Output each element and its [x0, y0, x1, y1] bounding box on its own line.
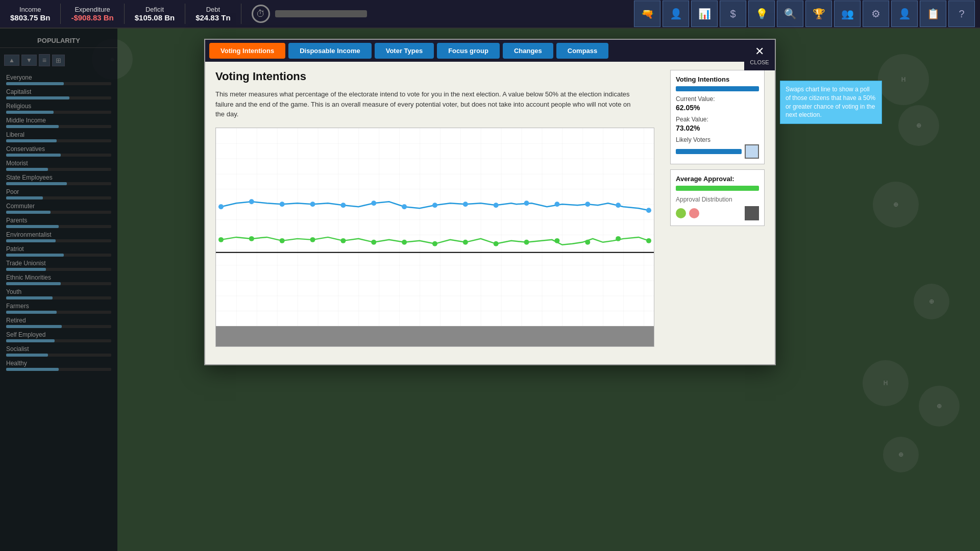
toolbar-user[interactable]: 👤 — [891, 1, 918, 27]
income-stat: Income $803.75 Bn — [0, 4, 61, 24]
svg-point-15 — [616, 203, 621, 208]
svg-point-4 — [280, 202, 285, 207]
svg-point-24 — [432, 241, 437, 246]
tab-changes[interactable]: Changes — [503, 43, 553, 59]
peak-value: 73.02% — [676, 124, 759, 132]
svg-point-21 — [340, 238, 346, 243]
modal-content: Voting Intentions This meter measures wh… — [205, 62, 775, 355]
svg-point-11 — [494, 203, 499, 208]
toolbar-search[interactable]: 🔍 — [777, 1, 803, 27]
toolbar-document[interactable]: 📋 — [920, 1, 946, 27]
close-button[interactable]: ✕ CLOSE — [744, 40, 775, 70]
toolbar-person[interactable]: 👤 — [663, 1, 689, 27]
toolbar-gun[interactable]: 🔫 — [634, 1, 660, 27]
tab-compass[interactable]: Compass — [556, 43, 609, 59]
approval-dot-pink — [689, 208, 699, 218]
avg-approval-bar — [676, 186, 759, 191]
svg-point-20 — [310, 237, 315, 242]
approval-dist-toggle[interactable] — [745, 206, 759, 220]
svg-point-7 — [371, 201, 376, 206]
voting-intentions-card-title: Voting Intentions — [676, 76, 759, 83]
tab-disposable-income[interactable]: Disposable Income — [288, 43, 371, 59]
expenditure-label: Expenditure — [75, 6, 110, 13]
modal-overlay: Voting Intentions Disposable Income Vote… — [0, 29, 980, 551]
svg-point-22 — [371, 239, 376, 244]
modal-description: This meter measures what percentage of t… — [215, 89, 634, 119]
toolbar-icons: 🔫 👤 📊 $ 💡 🔍 🏆 👥 ⚙ 👤 📋 ? — [634, 1, 980, 27]
svg-rect-0 — [216, 128, 654, 326]
svg-point-3 — [249, 199, 254, 204]
expenditure-stat: Expenditure -$908.83 Bn — [61, 4, 124, 24]
debt-label: Debt — [206, 6, 220, 13]
svg-point-31 — [646, 238, 651, 243]
svg-point-18 — [249, 236, 254, 241]
svg-point-9 — [432, 203, 437, 208]
right-panel: Voting Intentions Current Value: 62.05% … — [670, 70, 765, 347]
likely-voters-bar — [676, 149, 742, 154]
deficit-value: $105.08 Bn — [135, 13, 175, 22]
modal: Voting Intentions Disposable Income Vote… — [204, 39, 776, 365]
svg-point-27 — [524, 239, 529, 244]
svg-point-8 — [402, 204, 407, 209]
voting-intentions-card: Voting Intentions Current Value: 62.05% … — [670, 70, 765, 164]
chart-scrollbar[interactable] — [216, 326, 654, 346]
svg-point-14 — [585, 202, 590, 207]
timer-bar — [275, 10, 367, 17]
toolbar-lightbulb[interactable]: 💡 — [748, 1, 775, 27]
avg-approval-title: Average Approval: — [676, 175, 759, 183]
chart-svg — [216, 128, 654, 326]
likely-voters-label: Likely Voters — [676, 136, 759, 143]
toolbar-help[interactable]: ? — [948, 1, 975, 27]
top-bar: Income $803.75 Bn Expenditure -$908.83 B… — [0, 0, 980, 29]
toolbar-settings[interactable]: ⚙ — [863, 1, 889, 27]
toolbar-chart[interactable]: 📊 — [691, 1, 718, 27]
close-x-icon: ✕ — [755, 45, 764, 58]
toolbar-dollar[interactable]: $ — [720, 1, 746, 27]
svg-point-28 — [554, 238, 559, 243]
avg-approval-card: Average Approval: Approval Distribution — [670, 169, 765, 226]
svg-point-30 — [616, 236, 621, 241]
deficit-label: Deficit — [145, 6, 164, 13]
svg-point-25 — [463, 239, 468, 244]
likely-voters-row — [676, 144, 759, 159]
svg-point-5 — [310, 202, 315, 207]
current-value: 62.05% — [676, 104, 759, 112]
svg-point-17 — [218, 237, 224, 242]
approval-dot-green — [676, 208, 686, 218]
svg-point-16 — [646, 208, 651, 213]
svg-point-26 — [494, 241, 499, 246]
svg-point-13 — [554, 202, 559, 207]
debt-stat: Debt $24.83 Tn — [185, 4, 241, 24]
modal-main: Voting Intentions This meter measures wh… — [215, 70, 662, 347]
svg-point-29 — [585, 239, 590, 244]
svg-point-23 — [402, 239, 407, 244]
current-value-label: Current Value: — [676, 95, 759, 103]
tab-bar: Voting Intentions Disposable Income Vote… — [205, 40, 775, 62]
approval-dist-label: Approval Distribution — [676, 196, 759, 203]
debt-value: $24.83 Tn — [195, 13, 230, 22]
svg-point-2 — [218, 204, 224, 209]
toolbar-group[interactable]: 👥 — [834, 1, 861, 27]
expenditure-value: -$908.83 Bn — [71, 13, 113, 22]
tab-voter-types[interactable]: Voter Types — [375, 43, 434, 59]
svg-point-10 — [463, 202, 468, 207]
voting-intentions-bar — [676, 86, 759, 91]
svg-point-19 — [280, 238, 285, 243]
timer-area: ⏱ — [241, 5, 634, 23]
income-value: $803.75 Bn — [10, 13, 50, 22]
peak-value-label: Peak Value: — [676, 116, 759, 123]
svg-point-12 — [524, 201, 529, 206]
tooltip: Swaps chart line to show a poll of those… — [780, 81, 882, 124]
chart-container — [215, 128, 654, 347]
deficit-stat: Deficit $105.08 Bn — [125, 4, 185, 24]
approval-dist-row — [676, 206, 759, 220]
tab-voting-intentions[interactable]: Voting Intentions — [209, 43, 285, 59]
toolbar-trophy[interactable]: 🏆 — [805, 1, 832, 27]
modal-title: Voting Intentions — [215, 70, 662, 83]
likely-voters-toggle[interactable] — [745, 144, 759, 159]
timer-icon: ⏱ — [252, 5, 270, 23]
close-label: CLOSE — [750, 59, 769, 65]
income-label: Income — [19, 6, 41, 13]
tab-focus-group[interactable]: Focus group — [437, 43, 500, 59]
svg-point-6 — [340, 203, 346, 208]
